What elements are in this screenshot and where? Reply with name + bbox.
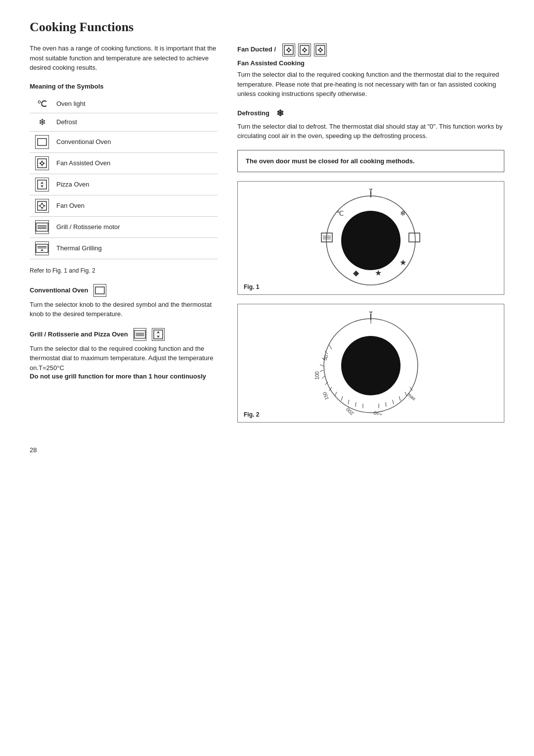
svg-marker-13 (43, 204, 45, 207)
svg-line-79 (341, 396, 343, 401)
fan-ducted-text: Turn the selector dial to the required c… (237, 70, 504, 99)
intro-paragraph: The oven has a range of cooking function… (30, 44, 218, 73)
svg-line-85 (393, 400, 394, 404)
svg-marker-8 (41, 185, 44, 188)
svg-line-81 (356, 402, 356, 407)
grill-icon-2 (152, 328, 165, 341)
svg-line-86 (399, 396, 400, 401)
fan-assisted-cooking-subtitle: Fan Assisted Cooking (237, 59, 504, 67)
svg-rect-35 (300, 46, 309, 54)
svg-point-48 (341, 211, 400, 270)
svg-text:℃: ℃ (336, 209, 344, 217)
fig2-svg: 0 50 100 150 200 250 (307, 311, 435, 415)
svg-rect-0 (38, 139, 46, 145)
svg-line-70 (329, 345, 332, 349)
svg-marker-29 (157, 335, 160, 338)
svg-marker-4 (39, 162, 42, 165)
grill-section: Grill / Rotisserie and Pizza Oven (30, 328, 218, 380)
page-number: 28 (30, 446, 504, 454)
svg-marker-12 (39, 204, 41, 207)
svg-text:❄: ❄ (400, 209, 406, 217)
svg-line-87 (405, 392, 407, 396)
door-warning-box: The oven door must be closed for all coo… (237, 150, 504, 173)
conventional-oven-text: Turn the selector knob to the desired sy… (30, 300, 218, 319)
svg-marker-7 (41, 182, 44, 184)
svg-text:50: 50 (322, 354, 329, 361)
svg-rect-30 (284, 46, 293, 54)
fan-ducted-icon-2 (298, 44, 311, 56)
svg-marker-44 (321, 48, 323, 51)
fig2-knob-container: 0 50 100 150 200 250 (245, 311, 497, 415)
fig1-svg: 0 ❄ ★ ★ ◆ (307, 189, 435, 287)
symbols-section-title: Meaning of the Symbols (30, 83, 218, 90)
table-row: Thermal Grilling (30, 237, 218, 259)
svg-text:0: 0 (369, 189, 372, 191)
svg-marker-34 (289, 48, 292, 51)
svg-text:250: 250 (372, 410, 382, 415)
conventional-oven-section: Conventional Oven Turn the selector knob… (30, 284, 218, 319)
thermal-grilling-icon (35, 241, 49, 255)
svg-text:100: 100 (314, 371, 320, 379)
fan-assisted-oven-icon (35, 156, 49, 170)
defrost-icon: ❄ (39, 117, 46, 127)
fig1-label: Fig. 1 (244, 284, 259, 290)
defrosting-title: Defrosting (237, 109, 269, 117)
svg-text:★: ★ (400, 258, 406, 267)
svg-rect-40 (316, 46, 325, 54)
symbols-table: ℃ Oven light ❄ Defrost Conventional Oven (30, 95, 218, 259)
fig1-box: 0 ❄ ★ ★ ◆ (237, 181, 504, 295)
svg-text:0: 0 (369, 311, 372, 314)
svg-line-74 (320, 370, 323, 372)
oven-light-icon: ℃ (37, 99, 47, 109)
svg-line-80 (348, 400, 349, 404)
fan-ducted-icons (281, 44, 327, 56)
defrosting-section: Defrosting ❄ Turn the selector dial to d… (237, 108, 504, 141)
fan-ducted-icon-3 (314, 44, 327, 56)
fan-oven-icon (35, 199, 49, 213)
svg-marker-38 (302, 48, 304, 51)
svg-line-78 (335, 392, 337, 396)
svg-marker-21 (41, 248, 44, 251)
svg-text:◆: ◆ (353, 269, 359, 277)
svg-text:150: 150 (322, 391, 330, 401)
refer-text: Refer to Fig. 1 and Fig. 2 (30, 267, 218, 274)
conventional-oven-inline-icon (93, 284, 106, 297)
table-row: Conventional Oven (30, 131, 218, 152)
svg-rect-18 (36, 244, 48, 252)
table-row: ℃ Oven light (30, 95, 218, 113)
svg-text:200: 200 (345, 406, 355, 415)
svg-marker-39 (305, 48, 308, 51)
svg-rect-22 (95, 287, 104, 294)
table-row: Pizza Oven (30, 174, 218, 195)
svg-rect-50 (409, 233, 420, 242)
grill-warning: Do not use grill function for more than … (30, 373, 218, 380)
page-title: Cooking Functions (30, 20, 504, 35)
svg-marker-33 (286, 48, 288, 51)
svg-line-84 (386, 402, 386, 407)
fan-ducted-icon-1 (282, 44, 295, 56)
grill-rotisserie-icon (35, 220, 49, 234)
conventional-oven-icon (35, 135, 49, 149)
grill-icon-1 (134, 328, 146, 341)
svg-text:★: ★ (375, 269, 382, 277)
svg-marker-5 (43, 162, 45, 165)
svg-line-75 (322, 376, 325, 378)
grill-section-title: Grill / Rotisserie and Pizza Oven (30, 331, 128, 338)
svg-line-73 (320, 365, 323, 366)
table-row: Fan Assisted Oven (30, 152, 218, 174)
fan-ducted-section: Fan Ducted / (237, 44, 504, 99)
fig2-label: Fig. 2 (244, 411, 259, 418)
svg-marker-43 (317, 48, 320, 51)
svg-rect-1 (38, 159, 46, 168)
fig1-knob-container: 0 ❄ ★ ★ ◆ (245, 189, 497, 287)
conventional-oven-title: Conventional Oven (30, 286, 88, 294)
defrosting-text: Turn the selector dial to defrost. The t… (237, 122, 504, 141)
table-row: ❄ Defrost (30, 113, 218, 131)
defrost-symbol: ❄ (276, 108, 284, 119)
table-row: Fan Oven (30, 195, 218, 216)
fig2-box: 0 50 100 150 200 250 (237, 304, 504, 423)
svg-rect-6 (38, 180, 46, 189)
svg-marker-28 (157, 331, 160, 333)
grill-section-text: Turn the selector dial to the required c… (30, 344, 218, 373)
fan-ducted-title: Fan Ducted / (237, 44, 327, 56)
